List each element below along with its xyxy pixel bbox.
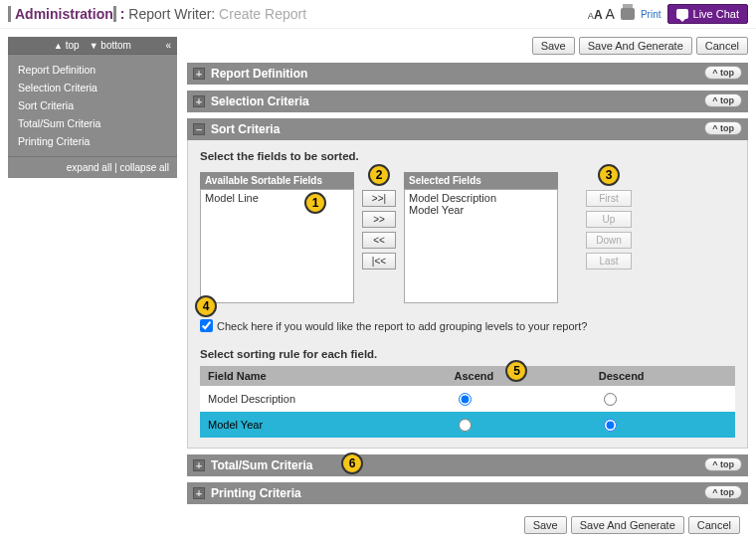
save-button[interactable]: Save (532, 37, 575, 55)
panel-title: Sort Criteria (211, 122, 280, 136)
font-size-control[interactable]: AA A (588, 6, 615, 22)
breadcrumb-section[interactable]: Report Writer (128, 6, 211, 22)
order-last-button[interactable]: Last (586, 253, 632, 270)
panel-top-button[interactable]: ^ top (704, 485, 742, 499)
panel-total-sum-criteria: + Total/Sum Criteria 6 ^ top (187, 454, 748, 476)
sidebar-item-report-definition[interactable]: Report Definition (18, 61, 167, 79)
breadcrumb: Administration: Report Writer: Create Re… (8, 6, 306, 22)
tutorial-marker-2: 2 (368, 164, 390, 186)
save-generate-button[interactable]: Save And Generate (579, 37, 692, 55)
breadcrumb-admin: Administration (8, 6, 113, 22)
grouping-checkbox[interactable] (200, 319, 213, 332)
sort-rule-heading: Select sorting rule for each field. (200, 348, 735, 360)
printer-icon[interactable] (621, 8, 635, 20)
expand-icon[interactable]: + (193, 95, 205, 107)
sidebar-nav: ▲ top ▼ bottom « Report Definition Selec… (8, 37, 177, 178)
expand-all-link[interactable]: expand all (67, 162, 112, 173)
available-list-title: Available Sortable Fields (200, 172, 354, 189)
panel-selection-criteria: + Selection Criteria ^ top (187, 90, 748, 112)
col-ascend: Ascend 5 (446, 366, 590, 386)
col-descend: Descend (591, 366, 735, 386)
panel-top-button[interactable]: ^ top (704, 66, 742, 80)
print-link[interactable]: Print (641, 9, 662, 20)
save-button[interactable]: Save (524, 516, 567, 534)
grouping-checkbox-label: Check here if you would like the report … (217, 320, 587, 332)
panel-printing-criteria: + Printing Criteria ^ top (187, 482, 748, 504)
descend-radio[interactable] (604, 419, 617, 432)
sidebar-item-sort-criteria[interactable]: Sort Criteria (18, 96, 167, 114)
panel-title: Total/Sum Criteria (211, 458, 312, 472)
available-fields-list[interactable]: Available Sortable Fields Model Line 1 (200, 172, 354, 303)
sidebar-top-bar: ▲ top ▼ bottom « (8, 37, 177, 55)
sidebar-bottom-link[interactable]: ▼ bottom (90, 40, 131, 51)
page-header: Administration: Report Writer: Create Re… (0, 0, 756, 29)
cell-field-name: Model Year (200, 412, 446, 438)
selected-list-title: Selected Fields (404, 172, 558, 189)
tutorial-marker-5: 5 (505, 360, 527, 382)
ascend-radio[interactable] (459, 419, 472, 432)
list-item[interactable]: Model Description (409, 192, 553, 204)
sort-instruction: Select the fields to be sorted. (200, 150, 735, 162)
move-all-left-button[interactable]: |<< (362, 253, 396, 270)
panel-title: Selection Criteria (211, 94, 309, 108)
sidebar-item-selection-criteria[interactable]: Selection Criteria (18, 79, 167, 96)
cancel-button[interactable]: Cancel (696, 37, 748, 55)
panel-top-button[interactable]: ^ top (704, 93, 742, 107)
panel-top-button[interactable]: ^ top (704, 457, 742, 471)
list-item[interactable]: Model Line (205, 192, 349, 204)
live-chat-label: Live Chat (693, 8, 739, 20)
sidebar-item-printing-criteria[interactable]: Printing Criteria (18, 132, 167, 150)
order-up-button[interactable]: Up (586, 211, 632, 228)
table-row: Model Year (200, 412, 735, 438)
order-down-button[interactable]: Down (586, 232, 632, 249)
bottom-action-row: Save Save And Generate Cancel (187, 510, 748, 540)
expand-icon[interactable]: + (193, 459, 205, 471)
save-generate-button[interactable]: Save And Generate (571, 516, 684, 534)
col-field-name: Field Name (200, 366, 446, 386)
selected-fields-list[interactable]: Selected Fields Model Description Model … (404, 172, 558, 303)
order-first-button[interactable]: First (586, 190, 632, 207)
tutorial-marker-3: 3 (598, 164, 620, 186)
panel-sort-criteria: – Sort Criteria ^ top Select the fields … (187, 118, 748, 449)
cancel-button[interactable]: Cancel (688, 516, 740, 534)
collapse-all-link[interactable]: collapse all (120, 162, 169, 173)
cell-field-name: Model Description (200, 386, 446, 412)
list-item[interactable]: Model Year (409, 204, 553, 216)
panel-title: Report Definition (211, 67, 307, 81)
tutorial-marker-6: 6 (341, 452, 363, 474)
collapse-icon[interactable]: – (193, 123, 205, 135)
move-left-button[interactable]: << (362, 232, 396, 249)
move-right-button[interactable]: >> (362, 211, 396, 228)
live-chat-button[interactable]: Live Chat (667, 4, 748, 24)
caret-down-icon: ▼ (90, 41, 98, 51)
table-row: Model Description (200, 386, 735, 412)
chat-icon (676, 9, 688, 19)
collapse-sidebar-icon[interactable]: « (165, 40, 171, 51)
sort-rule-table: Field Name Ascend 5 Descend Model Descri… (200, 366, 735, 438)
panel-report-definition: + Report Definition ^ top (187, 63, 748, 85)
font-medium-icon[interactable]: A (594, 8, 603, 22)
expand-icon[interactable]: + (193, 487, 205, 499)
expand-icon[interactable]: + (193, 68, 205, 80)
breadcrumb-page: Create Report (219, 6, 306, 22)
caret-up-icon: ▲ (54, 41, 63, 51)
top-action-row: Save Save And Generate Cancel (187, 37, 748, 55)
ascend-radio[interactable] (459, 393, 472, 406)
panel-top-button[interactable]: ^ top (704, 121, 742, 135)
sidebar-item-total-sum-criteria[interactable]: Total/Sum Criteria (18, 114, 167, 132)
font-large-icon[interactable]: A (606, 6, 615, 22)
sidebar-top-link[interactable]: ▲ top (54, 40, 80, 51)
panel-title: Printing Criteria (211, 486, 301, 500)
descend-radio[interactable] (604, 393, 617, 406)
move-all-right-button[interactable]: >>| (362, 190, 396, 207)
